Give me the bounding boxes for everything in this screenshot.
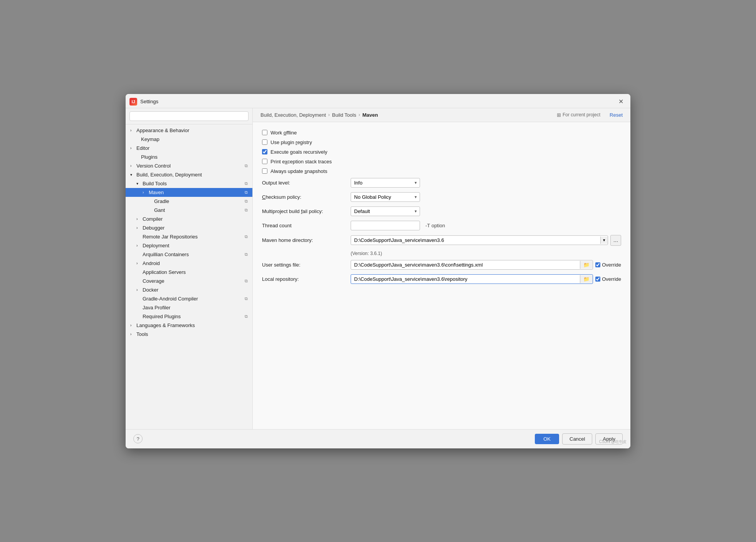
user-settings-override-label[interactable]: Override	[602, 262, 621, 268]
close-button[interactable]: ✕	[617, 98, 624, 105]
checksum-policy-dropdown[interactable]: No Global Policy Warn Fail	[351, 192, 420, 202]
sidebar-item-app-servers[interactable]: Application Servers	[126, 268, 252, 277]
multiproject-fail-row: Multiproject build fail policy: Default …	[262, 206, 621, 216]
local-repository-override-checkbox[interactable]	[595, 277, 600, 282]
maven-home-input[interactable]	[351, 236, 600, 245]
sidebar-item-label: Gradle	[154, 198, 169, 204]
multiproject-fail-control: Default Fail at End Never Fail Fail Fast	[351, 206, 621, 216]
breadcrumb-sep1: ›	[328, 112, 330, 117]
maven-home-path-wrapper: ▾	[351, 235, 608, 245]
always-update-row: Always update snapshots	[262, 168, 621, 174]
sidebar-item-label: Keymap	[141, 136, 160, 142]
right-panel: Build, Execution, Deployment › Build Too…	[253, 108, 630, 429]
maven-home-control: ▾ …	[351, 235, 621, 246]
maven-home-browse-btn[interactable]: …	[610, 235, 621, 246]
use-plugin-registry-checkbox[interactable]	[262, 139, 267, 145]
ok-button[interactable]: OK	[535, 434, 559, 444]
sidebar-item-android[interactable]: › Android	[126, 259, 252, 268]
copy-icon: ⧉	[245, 279, 248, 284]
maven-home-dropdown-btn[interactable]: ▾	[600, 237, 608, 244]
project-label: For current project	[563, 112, 600, 117]
sidebar-item-deployment[interactable]: › Deployment	[126, 241, 252, 250]
sidebar-item-label: Tools	[136, 331, 148, 337]
copy-icon: ⧉	[245, 252, 248, 257]
breadcrumb-part1: Build, Execution, Deployment	[260, 112, 326, 118]
multiproject-fail-select[interactable]: Default Fail at End Never Fail Fail Fast	[351, 206, 420, 216]
search-input[interactable]	[129, 111, 249, 121]
sidebar-item-java-profiler[interactable]: Java Profiler	[126, 303, 252, 312]
sidebar-tree: › Appearance & Behavior Keymap › Editor …	[126, 124, 252, 429]
local-repository-input[interactable]	[351, 275, 580, 284]
sidebar-item-gradle[interactable]: Gradle ⧉	[126, 197, 252, 206]
multiproject-fail-dropdown[interactable]: Default Fail at End Never Fail Fail Fast	[351, 206, 420, 216]
work-offline-label[interactable]: Work offline	[270, 130, 297, 136]
use-plugin-label[interactable]: Use plugin registry	[270, 139, 312, 145]
sidebar-item-label: Gradle-Android Compiler	[143, 296, 198, 302]
sidebar-item-debugger[interactable]: › Debugger	[126, 223, 252, 232]
local-repository-override-label[interactable]: Override	[602, 276, 621, 282]
output-level-select[interactable]: Debug Info Warn Error	[351, 178, 420, 188]
execute-goals-checkbox[interactable]	[262, 149, 267, 154]
sidebar-item-arquillian[interactable]: Arquillian Containers ⧉	[126, 250, 252, 259]
thread-count-label: Thread count	[262, 223, 351, 228]
sidebar-item-label: Maven	[149, 190, 164, 195]
copy-icon: ⧉	[245, 296, 248, 301]
t-option-label: -T option	[425, 223, 445, 228]
user-settings-browse-btn[interactable]: 📁	[580, 261, 593, 269]
sidebar-item-docker[interactable]: › Docker	[126, 285, 252, 294]
output-level-control: Debug Info Warn Error	[351, 178, 621, 188]
user-settings-label: User settings file:	[262, 262, 351, 268]
copy-icon: ⧉	[245, 181, 248, 186]
always-update-label[interactable]: Always update snapshots	[270, 168, 327, 174]
sidebar-item-keymap[interactable]: Keymap	[126, 135, 252, 144]
print-exception-checkbox[interactable]	[262, 159, 267, 164]
bottom-bar: ? OK Cancel Apply	[126, 429, 630, 448]
copy-icon: ⧉	[245, 199, 248, 204]
print-exception-row: Print exception stack traces	[262, 159, 621, 164]
sidebar-item-build-tools[interactable]: ▾ Build Tools ⧉	[126, 179, 252, 188]
breadcrumb-part2: Build Tools	[332, 112, 356, 118]
sidebar-item-gant[interactable]: Gant ⧉	[126, 206, 252, 215]
sidebar-item-version-control[interactable]: › Version Control ⧉	[126, 161, 252, 170]
always-update-checkbox[interactable]	[262, 168, 267, 174]
sidebar-item-build-exec[interactable]: ▾ Build, Execution, Deployment	[126, 170, 252, 179]
multiproject-fail-label: Multiproject build fail policy:	[262, 208, 351, 214]
cancel-button[interactable]: Cancel	[562, 433, 592, 445]
sidebar-item-label: Java Profiler	[143, 305, 170, 310]
thread-count-input[interactable]	[351, 221, 420, 230]
sidebar-item-gradle-android[interactable]: Gradle-Android Compiler ⧉	[126, 294, 252, 303]
sidebar-item-editor[interactable]: › Editor	[126, 144, 252, 153]
work-offline-checkbox[interactable]	[262, 130, 267, 135]
sidebar-item-maven[interactable]: › Maven ⧉	[126, 188, 252, 197]
execute-goals-label[interactable]: Execute goals recursively	[270, 149, 327, 155]
maven-home-label: Maven home directory:	[262, 237, 351, 243]
sidebar-item-languages[interactable]: › Languages & Frameworks	[126, 321, 252, 330]
copy-icon: ⧉	[245, 234, 248, 239]
checksum-policy-select[interactable]: No Global Policy Warn Fail	[351, 192, 420, 202]
local-repository-browse-btn[interactable]: 📁	[580, 275, 593, 283]
maven-settings: Work offline Use plugin registry Execute…	[253, 122, 630, 429]
help-button[interactable]: ?	[133, 434, 143, 443]
sidebar-item-label: Gant	[154, 207, 165, 213]
local-repository-control: 📁 Override	[351, 274, 621, 284]
watermark: CSDN @吃牛皮	[599, 439, 627, 445]
sidebar-item-compiler[interactable]: › Compiler	[126, 215, 252, 223]
user-settings-row: User settings file: 📁 Override	[262, 260, 621, 270]
output-level-dropdown[interactable]: Debug Info Warn Error	[351, 178, 420, 188]
print-exception-label[interactable]: Print exception stack traces	[270, 159, 332, 164]
user-settings-input[interactable]	[351, 260, 580, 269]
sidebar-item-label: Deployment	[143, 243, 169, 248]
sidebar-item-required-plugins[interactable]: Required Plugins ⧉	[126, 312, 252, 321]
dialog-title: Settings	[140, 99, 614, 104]
user-settings-override-checkbox[interactable]	[595, 262, 600, 267]
for-current-project: ⊞ For current project	[557, 112, 600, 118]
output-level-label: Output level:	[262, 180, 351, 186]
sidebar-item-coverage[interactable]: Coverage ⧉	[126, 277, 252, 285]
reset-button[interactable]: Reset	[610, 112, 623, 118]
use-plugin-row: Use plugin registry	[262, 139, 621, 145]
sidebar-item-label: Editor	[136, 145, 150, 151]
sidebar-item-plugins[interactable]: Plugins	[126, 153, 252, 161]
sidebar-item-remote-jar[interactable]: Remote Jar Repositories ⧉	[126, 232, 252, 241]
sidebar-item-appearance[interactable]: › Appearance & Behavior	[126, 126, 252, 135]
sidebar-item-tools[interactable]: › Tools	[126, 330, 252, 339]
